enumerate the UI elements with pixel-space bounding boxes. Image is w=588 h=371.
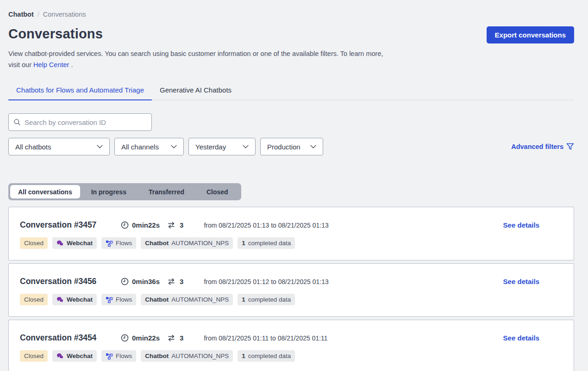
status-tab-all-conversations[interactable]: All conversations — [10, 185, 80, 198]
conversation-status-tabs: All conversations In progress Transferre… — [8, 183, 241, 200]
status-tab-transferred[interactable]: Transferred — [138, 185, 195, 198]
clock-icon — [121, 278, 129, 285]
flows-sitemap-icon — [106, 240, 113, 247]
exchange-count: 3 — [180, 334, 183, 342]
description-line2-prefix: visit our — [8, 61, 33, 68]
search-box[interactable] — [8, 113, 152, 131]
chevron-down-icon — [243, 145, 249, 148]
page-description: View chatbot-provided services. You can … — [8, 48, 574, 70]
conversation-card: Conversation #3457 0min22s 3 from 08/21/… — [8, 207, 574, 260]
see-details-link[interactable]: See details — [503, 221, 539, 229]
status-badge: Closed — [20, 237, 48, 249]
chevron-down-icon — [310, 145, 316, 148]
flows-badge: Flows — [101, 294, 136, 305]
completed-data-badge: 1 completed data — [238, 350, 295, 362]
channel-badge: Webchat — [52, 294, 97, 305]
status-badge: Closed — [20, 294, 48, 305]
date-filter-value: Yesterday — [195, 143, 226, 151]
description-line1: View chatbot-provided services. You can … — [8, 50, 383, 57]
exchange-count: 3 — [180, 278, 183, 285]
flows-badge-label: Flows — [116, 296, 132, 303]
conversation-title: Conversation #3456 — [20, 277, 121, 286]
chatbot-badge: Chatbot AUTOMATION_NPS — [141, 237, 233, 249]
chatbot-type-tabs: Chatbots for Flows and Automated Triage … — [8, 81, 574, 100]
clock-icon — [121, 221, 129, 229]
chatbot-badge-label: Chatbot — [145, 296, 169, 303]
chatbot-badge-label: Chatbot — [145, 240, 169, 247]
chatbot-badge-name: AUTOMATION_NPS — [171, 296, 229, 303]
chevron-down-icon — [97, 145, 103, 148]
completed-data-count: 1 — [242, 296, 245, 303]
completed-data-count: 1 — [242, 240, 245, 247]
advanced-filters-link[interactable]: Advanced filters — [511, 143, 574, 150]
see-details-link[interactable]: See details — [503, 278, 539, 285]
chatbots-filter-dropdown[interactable]: All chatbots — [8, 138, 110, 155]
completed-data-badge: 1 completed data — [238, 237, 295, 249]
exchange-count: 3 — [180, 221, 183, 229]
date-filter-dropdown[interactable]: Yesterday — [188, 138, 256, 155]
chevron-down-icon — [171, 145, 177, 148]
see-details-link[interactable]: See details — [503, 334, 539, 342]
completed-data-label: completed data — [248, 296, 291, 303]
chatbot-badge: Chatbot AUTOMATION_NPS — [141, 294, 233, 305]
chatbot-badge-name: AUTOMATION_NPS — [171, 352, 229, 359]
conversation-card: Conversation #3454 0min22s 3 from 08/21/… — [8, 320, 574, 371]
channels-filter-value: All channels — [121, 143, 159, 151]
flows-sitemap-icon — [106, 296, 113, 303]
chatbots-filter-value: All chatbots — [15, 143, 51, 151]
description-line2-suffix: . — [69, 61, 73, 68]
export-conversations-button[interactable]: Export conversations — [487, 26, 574, 43]
completed-data-count: 1 — [242, 352, 245, 359]
breadcrumb-conversations: Conversations — [43, 11, 86, 18]
status-tab-in-progress[interactable]: In progress — [80, 185, 138, 198]
flows-badge-label: Flows — [116, 352, 132, 359]
status-badge: Closed — [20, 350, 48, 362]
channels-filter-dropdown[interactable]: All channels — [114, 138, 184, 155]
channel-badge: Webchat — [52, 237, 97, 249]
help-center-link[interactable]: Help Center — [33, 61, 69, 68]
conversation-card: Conversation #3456 0min36s 3 from 08/21/… — [8, 263, 574, 317]
conversation-date-range: from 08/21/2025 01:13 to 08/21/2025 01:1… — [204, 222, 328, 229]
advanced-filters-label: Advanced filters — [511, 143, 563, 150]
channel-badge: Webchat — [52, 350, 97, 362]
channel-badge-label: Webchat — [67, 240, 93, 247]
conversation-title: Conversation #3454 — [20, 333, 121, 343]
flows-badge-label: Flows — [116, 240, 132, 247]
flows-sitemap-icon — [106, 352, 113, 360]
completed-data-label: completed data — [248, 352, 291, 359]
flows-badge: Flows — [101, 237, 136, 249]
conversation-date-range: from 08/21/2025 01:11 to 08/21/2025 01:1… — [204, 334, 327, 342]
conversation-date-range: from 08/21/2025 01:12 to 08/21/2025 01:1… — [204, 278, 328, 285]
breadcrumb-chatbot[interactable]: Chatbot — [8, 11, 34, 18]
search-icon — [13, 118, 21, 126]
swap-arrows-icon — [167, 278, 175, 285]
funnel-filter-icon — [566, 143, 574, 150]
conversation-title: Conversation #3457 — [20, 220, 121, 230]
conversation-duration: 0min22s — [132, 221, 160, 229]
clock-icon — [121, 334, 129, 342]
environment-filter-dropdown[interactable]: Production — [260, 138, 323, 155]
tab-generative-ai-chatbots[interactable]: Generative AI Chatbots — [152, 81, 239, 100]
conversation-duration: 0min36s — [132, 278, 160, 285]
chatbot-badge-label: Chatbot — [145, 352, 169, 359]
flows-badge: Flows — [101, 350, 136, 362]
search-input[interactable] — [25, 118, 147, 126]
environment-filter-value: Production — [267, 143, 300, 151]
conversation-duration: 0min22s — [132, 334, 160, 342]
channel-badge-label: Webchat — [67, 296, 93, 303]
swap-arrows-icon — [167, 335, 175, 341]
tab-flows-automated-triage[interactable]: Chatbots for Flows and Automated Triage — [8, 81, 152, 100]
webchat-icon — [56, 240, 64, 247]
completed-data-badge: 1 completed data — [238, 294, 295, 305]
conversations-page: Chatbot / Conversations Conversations Ex… — [0, 0, 588, 371]
page-title: Conversations — [8, 26, 103, 42]
conversation-list: Conversation #3457 0min22s 3 from 08/21/… — [8, 207, 574, 371]
status-tab-closed[interactable]: Closed — [195, 185, 239, 198]
chatbot-badge: Chatbot AUTOMATION_NPS — [141, 350, 233, 362]
chatbot-badge-name: AUTOMATION_NPS — [171, 240, 229, 247]
breadcrumb-separator: / — [38, 11, 39, 18]
swap-arrows-icon — [167, 222, 175, 229]
channel-badge-label: Webchat — [67, 352, 93, 359]
completed-data-label: completed data — [248, 240, 291, 247]
webchat-icon — [56, 297, 64, 303]
